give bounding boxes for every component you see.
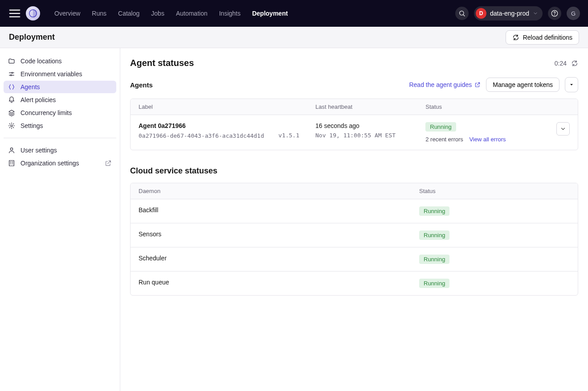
sidebar-item-org-settings[interactable]: Organization settings: [4, 157, 116, 169]
daemon-name: Run queue: [131, 272, 411, 295]
heartbeat-absolute: Nov 19, 11:00:55 AM EST: [315, 132, 409, 139]
daemon-row: Sensors Running: [131, 223, 578, 247]
chevron-down-icon: [560, 126, 566, 132]
sidebar-item-label: User settings: [20, 147, 57, 154]
agent-row: Agent 0a271966 v1.5.1 0a271966-de67-4043…: [131, 115, 578, 150]
status-badge: Running: [425, 122, 456, 132]
hamburger-menu-button[interactable]: [8, 7, 21, 20]
nav-links: Overview Runs Catalog Jobs Automation In…: [54, 10, 288, 17]
external-link-icon: [474, 82, 481, 88]
daemon-name: Backfill: [131, 199, 411, 223]
heartbeat-relative: 16 seconds ago: [315, 122, 409, 129]
help-button[interactable]: [548, 7, 561, 20]
nav-overview[interactable]: Overview: [54, 10, 80, 17]
sidebar-item-label: Organization settings: [20, 160, 79, 167]
sidebar-item-label: Code locations: [20, 58, 62, 65]
agent-section-head: Agent statuses 0:24: [130, 58, 578, 68]
nav-deployment[interactable]: Deployment: [252, 10, 288, 17]
nav-runs[interactable]: Runs: [92, 10, 106, 17]
sidebar-item-user-settings[interactable]: User settings: [4, 144, 116, 156]
agent-actions-menu-button[interactable]: [565, 77, 578, 92]
nav-automation[interactable]: Automation: [176, 10, 208, 17]
layout: Code locations Environment variables Age…: [0, 48, 588, 391]
guide-link-label: Read the agent guides: [409, 81, 472, 88]
workspace-switcher[interactable]: D data-eng-prod: [474, 6, 543, 21]
sidebar-item-concurrency[interactable]: Concurrency limits: [4, 107, 116, 119]
sidebar-item-code-locations[interactable]: Code locations: [4, 55, 116, 67]
status-badge: Running: [419, 206, 449, 216]
nav-jobs[interactable]: Jobs: [151, 10, 164, 17]
page-header: Deployment Reload definitions: [0, 27, 588, 48]
gear-icon: [8, 122, 15, 129]
view-all-errors-link[interactable]: View all errors: [469, 136, 506, 143]
page-title: Deployment: [9, 33, 55, 42]
search-button[interactable]: [455, 7, 469, 20]
errors-count: 2 recent errors: [425, 136, 463, 143]
user-avatar[interactable]: G: [567, 7, 580, 20]
sidebar-item-agents[interactable]: Agents: [4, 81, 116, 93]
svg-rect-8: [9, 161, 14, 166]
agent-label: Agent 0a271966: [139, 122, 299, 129]
col-daemon: Daemon: [131, 183, 411, 199]
cloud-statuses-title: Cloud service statuses: [130, 166, 578, 176]
building-icon: [8, 160, 15, 167]
svg-point-7: [10, 148, 12, 150]
manage-agent-tokens-button[interactable]: Manage agent tokens: [486, 78, 559, 92]
svg-point-5: [10, 74, 12, 76]
daemon-name: Sensors: [131, 223, 411, 247]
chevron-down-icon: [533, 11, 538, 16]
sidebar-item-settings[interactable]: Settings: [4, 119, 116, 132]
expand-agent-button[interactable]: [556, 122, 570, 136]
col-status: Status: [411, 183, 578, 199]
reload-label: Reload definitions: [523, 34, 572, 41]
layers-icon: [8, 109, 15, 116]
bell-icon: [8, 96, 15, 103]
top-nav: Overview Runs Catalog Jobs Automation In…: [0, 0, 588, 27]
reload-definitions-button[interactable]: Reload definitions: [506, 30, 579, 45]
top-nav-right: D data-eng-prod G: [455, 6, 580, 21]
sidebar-item-label: Agents: [20, 83, 40, 91]
agents-table: Label Last heartbeat Status Agent 0a2719…: [130, 99, 578, 150]
workspace-name: data-eng-prod: [490, 10, 529, 17]
agent-id: 0a271966-de67-4043-a3f6-aca31dc44d1d: [139, 132, 264, 139]
daemon-name: Scheduler: [131, 247, 411, 272]
nav-catalog[interactable]: Catalog: [118, 10, 139, 17]
nav-insights[interactable]: Insights: [219, 10, 241, 17]
daemon-row: Run queue Running: [131, 272, 578, 295]
agent-version: v1.5.1: [278, 132, 299, 139]
status-badge: Running: [419, 255, 449, 264]
svg-point-4: [12, 72, 13, 74]
read-agent-guides-link[interactable]: Read the agent guides: [409, 81, 481, 88]
agent-statuses-title: Agent statuses: [130, 58, 194, 68]
reload-icon: [512, 34, 519, 41]
sidebar-deployment-group: Code locations Environment variables Age…: [4, 53, 116, 134]
agents-actions: Read the agent guides Manage agent token…: [409, 77, 578, 92]
daemon-row: Backfill Running: [131, 199, 578, 223]
sidebar-divider: [4, 138, 116, 138]
folder-icon: [8, 58, 15, 65]
workspace-badge: D: [476, 8, 486, 19]
logo[interactable]: [26, 6, 40, 21]
col-expand: [548, 99, 578, 115]
svg-point-3: [555, 15, 555, 15]
status-badge: Running: [419, 279, 449, 288]
refresh-icon[interactable]: [571, 60, 578, 67]
sidebar-item-env-vars[interactable]: Environment variables: [4, 68, 116, 80]
caret-down-icon: [569, 82, 574, 87]
sidebar-item-label: Alert policies: [20, 96, 56, 103]
svg-point-6: [11, 125, 12, 127]
status-badge: Running: [419, 230, 449, 240]
sidebar-settings-group: User settings Organization settings: [4, 142, 116, 172]
user-icon: [8, 147, 15, 154]
main-content: Agent statuses 0:24 Agents Read the agen…: [120, 48, 588, 391]
daemon-row: Scheduler Running: [131, 247, 578, 272]
col-status: Status: [417, 99, 548, 115]
agents-icon: [8, 83, 15, 91]
top-nav-left: Overview Runs Catalog Jobs Automation In…: [8, 6, 288, 21]
timer-value: 0:24: [555, 60, 567, 67]
sidebar: Code locations Environment variables Age…: [0, 48, 120, 391]
refresh-timer: 0:24: [555, 60, 578, 67]
sidebar-item-alert-policies[interactable]: Alert policies: [4, 94, 116, 106]
external-link-icon: [105, 160, 112, 167]
agents-sub-head: Agents Read the agent guides Manage agen…: [130, 77, 578, 92]
